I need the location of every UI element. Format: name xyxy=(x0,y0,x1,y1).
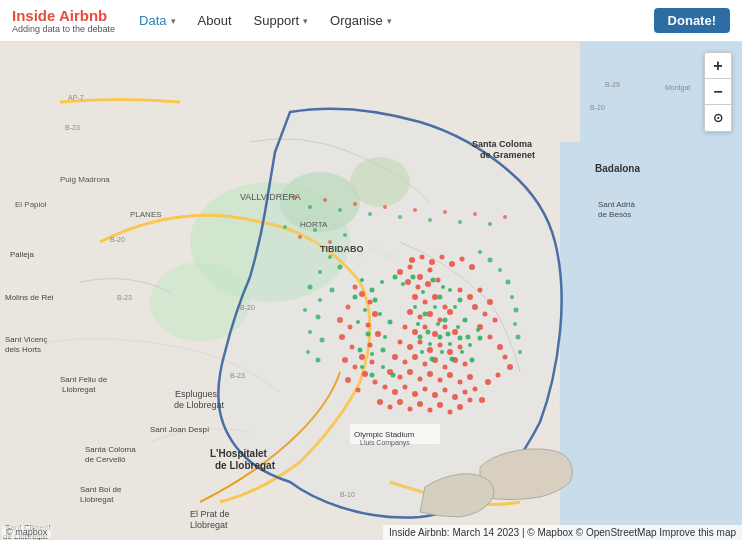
svg-point-181 xyxy=(463,318,468,323)
svg-point-253 xyxy=(473,212,477,216)
svg-point-230 xyxy=(306,350,310,354)
svg-point-194 xyxy=(468,343,472,347)
map-background: Olympic Stadium Lluis Companys Badalona … xyxy=(0,42,742,540)
nav-support[interactable]: Support ▾ xyxy=(246,9,317,32)
svg-text:Llobregat: Llobregat xyxy=(190,520,228,530)
svg-point-160 xyxy=(348,325,353,330)
svg-point-137 xyxy=(493,318,498,323)
svg-text:Badalona: Badalona xyxy=(595,163,640,174)
svg-point-60 xyxy=(417,274,423,280)
svg-point-168 xyxy=(401,282,405,286)
svg-point-206 xyxy=(363,308,367,312)
zoom-in-button[interactable]: + xyxy=(705,53,731,79)
svg-point-116 xyxy=(397,399,403,405)
svg-point-125 xyxy=(420,255,425,260)
svg-point-237 xyxy=(514,308,519,313)
svg-point-185 xyxy=(446,332,451,337)
svg-point-115 xyxy=(388,405,393,410)
svg-point-174 xyxy=(448,288,452,292)
svg-point-73 xyxy=(438,318,443,323)
svg-text:de Llobregat: de Llobregat xyxy=(174,400,225,410)
svg-point-200 xyxy=(460,350,464,354)
svg-point-68 xyxy=(432,294,438,300)
svg-text:dels Horts: dels Horts xyxy=(5,345,41,354)
map-attribution: Inside Airbnb: March 14 2023 | © Mapbox … xyxy=(383,525,742,540)
brand-logo[interactable]: Inside Airbnb Adding data to the debate xyxy=(12,7,115,34)
svg-text:PLANES: PLANES xyxy=(130,210,162,219)
svg-point-63 xyxy=(416,285,421,290)
svg-point-97 xyxy=(398,375,403,380)
svg-point-81 xyxy=(398,340,403,345)
svg-point-67 xyxy=(423,300,428,305)
svg-point-113 xyxy=(463,390,468,395)
svg-point-248 xyxy=(398,215,402,219)
zoom-out-button[interactable]: − xyxy=(705,79,731,105)
svg-point-246 xyxy=(368,212,372,216)
svg-point-146 xyxy=(479,397,485,403)
svg-text:B-29: B-29 xyxy=(605,81,620,88)
svg-point-158 xyxy=(346,305,351,310)
svg-point-225 xyxy=(330,288,335,293)
svg-text:de Gramenet: de Gramenet xyxy=(480,150,535,160)
svg-point-131 xyxy=(458,288,463,293)
svg-point-136 xyxy=(487,299,493,305)
svg-point-238 xyxy=(513,322,517,326)
svg-text:Esplugues: Esplugues xyxy=(175,389,218,399)
svg-point-202 xyxy=(360,278,364,282)
svg-point-169 xyxy=(411,275,416,280)
brand-name: Inside Airbnb xyxy=(12,7,115,24)
svg-point-74 xyxy=(447,309,453,315)
svg-point-156 xyxy=(353,285,358,290)
svg-point-111 xyxy=(443,388,448,393)
svg-text:Llobregat: Llobregat xyxy=(80,495,114,504)
svg-point-69 xyxy=(443,305,448,310)
svg-point-257 xyxy=(298,235,302,239)
svg-point-212 xyxy=(383,335,387,339)
svg-point-90 xyxy=(412,354,418,360)
svg-text:HORTA: HORTA xyxy=(300,220,328,229)
svg-point-175 xyxy=(458,298,463,303)
svg-text:B-23: B-23 xyxy=(117,294,132,301)
svg-point-256 xyxy=(283,225,287,229)
svg-point-227 xyxy=(316,315,321,320)
nav-about[interactable]: About xyxy=(190,9,240,32)
svg-point-171 xyxy=(431,278,436,283)
reset-button[interactable]: ⊙ xyxy=(705,105,731,131)
svg-point-249 xyxy=(413,208,417,212)
svg-point-216 xyxy=(360,365,364,369)
svg-point-192 xyxy=(448,342,452,346)
svg-point-208 xyxy=(378,312,382,316)
svg-point-78 xyxy=(432,331,438,337)
svg-point-199 xyxy=(450,357,455,362)
svg-point-132 xyxy=(467,294,473,300)
svg-text:Santa Coloma: Santa Coloma xyxy=(472,139,533,149)
svg-point-84 xyxy=(427,347,433,353)
svg-point-231 xyxy=(316,358,321,363)
svg-text:Santa Coloma: Santa Coloma xyxy=(85,445,136,454)
svg-point-167 xyxy=(393,275,398,280)
svg-point-91 xyxy=(423,362,428,367)
nav-organise[interactable]: Organise ▾ xyxy=(322,9,400,32)
nav-data[interactable]: Data ▾ xyxy=(131,9,183,32)
svg-point-260 xyxy=(343,233,347,237)
svg-point-89 xyxy=(403,360,408,365)
svg-text:B-20: B-20 xyxy=(590,104,605,111)
svg-point-178 xyxy=(433,305,437,309)
svg-text:Montgat: Montgat xyxy=(665,84,690,92)
svg-point-128 xyxy=(449,261,455,267)
svg-point-195 xyxy=(478,336,483,341)
svg-point-187 xyxy=(466,335,471,340)
svg-text:Llobregat: Llobregat xyxy=(62,385,96,394)
svg-point-66 xyxy=(412,294,418,300)
svg-point-159 xyxy=(337,317,343,323)
svg-point-162 xyxy=(350,345,355,350)
svg-point-215 xyxy=(381,348,386,353)
svg-point-139 xyxy=(488,335,493,340)
svg-point-148 xyxy=(372,311,378,317)
svg-text:El Papiol: El Papiol xyxy=(15,200,47,209)
svg-rect-7 xyxy=(310,242,318,248)
svg-point-71 xyxy=(418,315,423,320)
svg-point-88 xyxy=(392,354,398,360)
donate-button[interactable]: Donate! xyxy=(654,8,730,33)
map-container[interactable]: Olympic Stadium Lluis Companys Badalona … xyxy=(0,42,742,540)
